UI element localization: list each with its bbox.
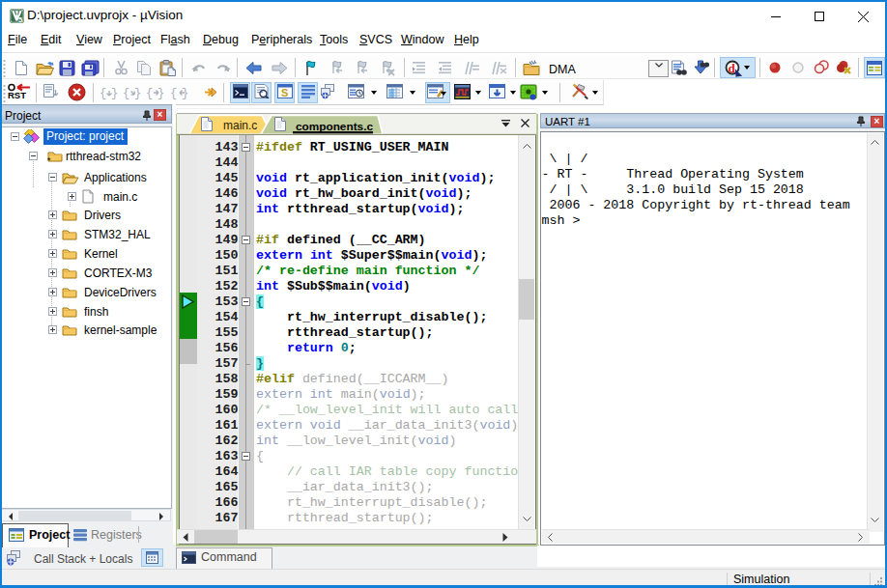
svg-text:}: } xyxy=(134,87,141,100)
svg-text:d: d xyxy=(729,61,736,75)
svg-text:{: { xyxy=(146,87,153,100)
svg-text:}: } xyxy=(111,87,118,100)
svg-text:S: S xyxy=(281,87,288,98)
svg-text:5: 5 xyxy=(18,15,22,23)
svg-text:}: } xyxy=(157,87,164,100)
svg-text:{: { xyxy=(170,87,177,100)
svg-text:}: } xyxy=(182,87,188,100)
svg-text:{: { xyxy=(100,87,106,100)
svg-text:RST: RST xyxy=(8,90,26,100)
svg-text:{: { xyxy=(123,87,129,100)
svg-text:*: * xyxy=(47,155,51,163)
